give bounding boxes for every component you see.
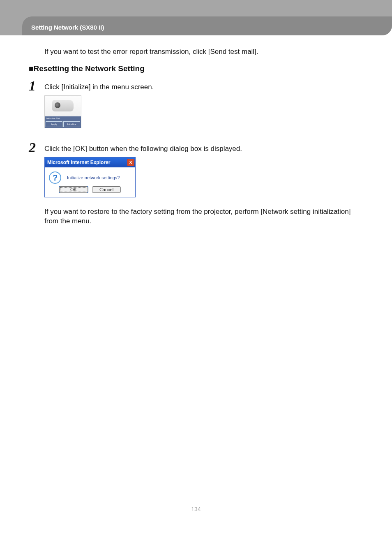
confirm-dialog: Microsoft Internet Explorer X ? Initiali… — [44, 157, 136, 197]
dialog-actions: OK Cancel — [45, 186, 135, 197]
step-body: Click [Initialize] in the menu screen. I… — [44, 79, 363, 128]
projector-card-label: Initialize Net — [45, 116, 81, 120]
header-title: Setting Network (SX80 II) — [31, 24, 104, 31]
section-bullet: ■ — [29, 64, 33, 73]
step-1-text: Click [Initialize] in the menu screen. — [44, 83, 363, 91]
ok-button[interactable]: OK — [59, 186, 88, 193]
step-body: Click the [OK] button when the following… — [44, 141, 363, 226]
dialog-message: Initialize network settings? — [67, 175, 120, 180]
step-2: 2 Click the [OK] button when the followi… — [29, 141, 363, 226]
close-icon[interactable]: X — [127, 159, 134, 166]
initialize-button[interactable]: Initialize — [63, 121, 80, 127]
step-2-after-note: If you want to restore to the factory se… — [44, 207, 363, 226]
page-number: 134 — [0, 506, 392, 525]
step-number: 2 — [29, 141, 44, 155]
page-content: If you want to test the error report tra… — [0, 35, 392, 226]
dialog-titlebar: Microsoft Internet Explorer X — [45, 158, 135, 167]
intro-text: If you want to test the error report tra… — [44, 48, 363, 56]
question-icon: ? — [49, 171, 61, 184]
projector-lens-icon — [55, 102, 60, 108]
step-number: 1 — [29, 79, 44, 93]
section-heading: ■Resetting the Network Setting — [29, 64, 363, 73]
projector-card-buttons: Apply Initialize — [45, 120, 81, 128]
dialog-body: ? Initialize network settings? — [45, 167, 135, 186]
apply-button[interactable]: Apply — [46, 121, 62, 127]
cancel-button[interactable]: Cancel — [92, 186, 121, 193]
step-1: 1 Click [Initialize] in the menu screen.… — [29, 79, 363, 128]
question-glyph: ? — [53, 173, 58, 183]
step-2-text: Click the [OK] button when the following… — [44, 145, 363, 153]
projector-image — [45, 96, 81, 116]
dialog-title: Microsoft Internet Explorer — [47, 160, 127, 165]
close-glyph: X — [129, 160, 132, 165]
projector-icon — [52, 100, 74, 111]
page-header-band: Setting Network (SX80 II) — [0, 0, 392, 35]
projector-card: Initialize Net Apply Initialize — [44, 95, 81, 128]
section-heading-text: Resetting the Network Setting — [33, 64, 144, 73]
